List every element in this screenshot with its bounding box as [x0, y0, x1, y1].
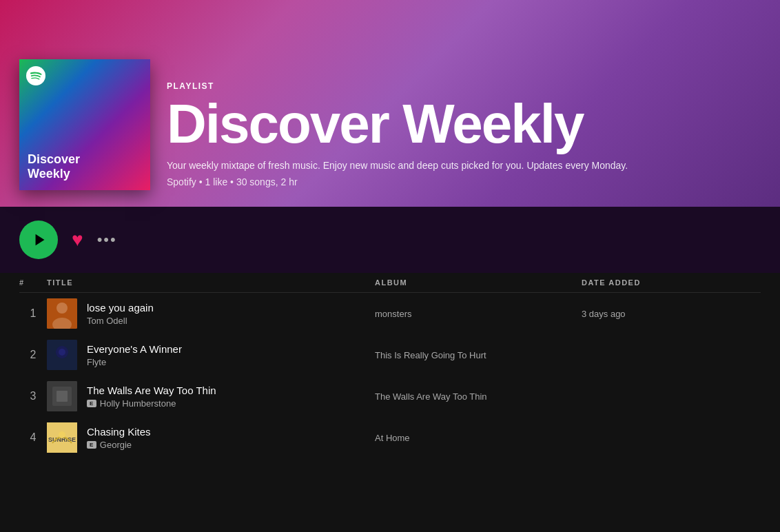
playlist-title: Discover Weekly	[167, 96, 628, 152]
hero-info: PLAYLIST Discover Weekly Your weekly mix…	[167, 81, 628, 190]
song-count: 30 songs, 2 hr	[236, 176, 298, 187]
playlist-cover: Discover Weekly	[19, 59, 150, 190]
track-artist: Tom Odell	[87, 316, 127, 326]
track-artist: Holly Humberstone	[100, 398, 176, 409]
col-title-header: TITLE	[47, 278, 375, 287]
track-info: SUNRISE Chasing Kites E Georgie	[47, 422, 375, 453]
track-artist-row: E Georgie	[87, 440, 151, 450]
track-thumbnail	[47, 298, 77, 329]
controls-bar: ♥ •••	[0, 207, 780, 273]
track-text: Chasing Kites E Georgie	[87, 426, 151, 450]
play-icon	[32, 232, 48, 247]
playlist-type-label: PLAYLIST	[167, 81, 628, 91]
track-row[interactable]: 4 SUNRISE Chasing Kites E Georgie At Hom…	[19, 417, 761, 458]
like-count: 1 like	[205, 176, 228, 187]
play-button[interactable]	[19, 221, 58, 259]
meta-separator-1: •	[199, 176, 205, 187]
track-title: lose you again	[87, 302, 154, 314]
track-album: This Is Really Going To Hurt	[375, 350, 582, 360]
playlist-description: Your weekly mixtape of fresh music. Enjo…	[167, 160, 628, 171]
svg-point-13	[59, 431, 65, 438]
track-text: Everyone's A Winner Flyte	[87, 343, 182, 367]
svg-marker-1	[35, 234, 44, 246]
track-title: Everyone's A Winner	[87, 343, 182, 355]
creator-name: Spotify	[167, 176, 196, 187]
track-art-icon: SUNRISE	[47, 422, 77, 453]
track-art-icon	[47, 340, 77, 370]
track-info: lose you again Tom Odell	[47, 298, 375, 329]
explicit-badge: E	[87, 441, 96, 449]
track-number: 1	[19, 307, 47, 320]
track-text: lose you again Tom Odell	[87, 302, 154, 326]
track-artist-row: E Holly Humberstone	[87, 398, 216, 409]
track-art-icon	[47, 298, 77, 329]
track-row[interactable]: 3 The Walls Are Way Too Thin E Holly Hum…	[19, 376, 761, 417]
track-number: 4	[19, 431, 47, 444]
track-thumbnail	[47, 381, 77, 411]
explicit-badge: E	[87, 400, 96, 407]
hero-section: Discover Weekly PLAYLIST Discover Weekly…	[0, 0, 780, 207]
like-button[interactable]: ♥	[72, 230, 83, 249]
col-num-header: #	[19, 278, 47, 287]
spotify-logo-icon	[26, 66, 45, 85]
meta-separator-2: •	[230, 176, 236, 187]
track-list-header: # TITLE ALBUM DATE ADDED	[19, 273, 761, 293]
track-title: The Walls Are Way Too Thin	[87, 385, 216, 396]
track-info: Everyone's A Winner Flyte	[47, 340, 375, 370]
svg-rect-10	[57, 391, 68, 402]
track-title: Chasing Kites	[87, 426, 151, 438]
track-artist-row: Tom Odell	[87, 316, 154, 326]
track-number: 2	[19, 349, 47, 361]
track-number: 3	[19, 390, 47, 402]
track-art-icon	[47, 381, 77, 411]
track-thumbnail: SUNRISE	[47, 422, 77, 453]
col-date-header: DATE ADDED	[582, 278, 719, 287]
track-text: The Walls Are Way Too Thin E Holly Humbe…	[87, 385, 216, 409]
cover-text: Discover Weekly	[28, 152, 80, 182]
track-artist-row: Flyte	[87, 357, 182, 367]
col-album-header: ALBUM	[375, 278, 582, 287]
track-list: # TITLE ALBUM DATE ADDED 1 lose you agai…	[0, 273, 780, 458]
more-options-button[interactable]: •••	[97, 232, 117, 247]
track-date-added: 3 days ago	[582, 309, 719, 319]
svg-point-7	[59, 349, 65, 356]
track-info: The Walls Are Way Too Thin E Holly Humbe…	[47, 381, 375, 411]
track-row[interactable]: 1 lose you again Tom Odell monsters 3 da…	[19, 293, 761, 334]
track-row[interactable]: 2 Everyone's A Winner Flyte This Is Real…	[19, 334, 761, 376]
playlist-meta: Spotify • 1 like • 30 songs, 2 hr	[167, 176, 628, 187]
track-thumbnail	[47, 340, 77, 370]
track-album: monsters	[375, 309, 582, 319]
track-artist: Georgie	[100, 440, 132, 450]
svg-point-3	[57, 303, 68, 314]
track-artist: Flyte	[87, 357, 106, 367]
track-album: The Walls Are Way Too Thin	[375, 391, 582, 402]
track-album: At Home	[375, 433, 582, 443]
